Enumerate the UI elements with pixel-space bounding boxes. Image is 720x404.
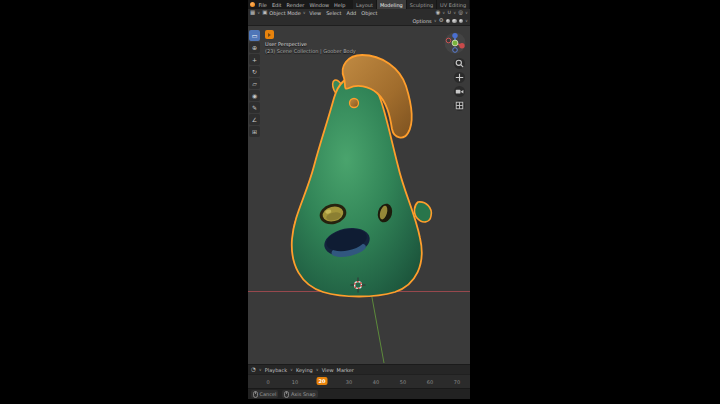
frame-tick: 30 (346, 379, 352, 385)
bottom-edge (248, 399, 470, 404)
menu-timeline-view[interactable]: View (322, 367, 334, 373)
viewport-nav-icons (454, 58, 465, 111)
viewport-mode-indicator[interactable] (265, 30, 274, 39)
transform-orientation-icon[interactable]: ◉ (436, 10, 441, 16)
tool-move[interactable]: + (249, 54, 260, 65)
scene-canvas[interactable] (248, 26, 470, 364)
options-dropdown[interactable]: Options (412, 18, 431, 24)
camera-icon (455, 87, 464, 96)
tool-scale[interactable]: ▱ (249, 78, 260, 89)
zoom-button[interactable] (454, 58, 465, 69)
menu-add[interactable]: Add (345, 10, 358, 16)
viewport-header-row-2: Options ∨ ⚙ ∨ (248, 17, 470, 25)
snap-magnet-icon[interactable]: ∪ (447, 10, 451, 16)
gizmo-y-axis-dot[interactable] (452, 40, 458, 46)
proportional-editing-icon[interactable]: ◎ (458, 10, 463, 16)
menu-playback[interactable]: Playback (265, 367, 287, 373)
menu-window[interactable]: Window (308, 2, 331, 8)
frame-tick: 0 (266, 379, 269, 385)
frame-tick: 50 (400, 379, 406, 385)
viewport-header-row-1: ▦ ∨ ▣ Object Mode ∨ View Select Add Obje… (248, 9, 470, 17)
tool-shelf: ▭ ⊕ + ↻ ▱ ◉ ✎ ∠ ⊞ (249, 30, 261, 137)
view-perspective-label: User Perspective (265, 41, 307, 47)
menu-keying[interactable]: Keying (296, 367, 313, 373)
axis-y-line (371, 292, 384, 363)
tab-uv-editing[interactable]: UV Editing (437, 0, 470, 9)
viewport-3d[interactable]: User Perspective (23) Scene Collection |… (248, 26, 470, 364)
mode-dropdown[interactable]: Object Mode (269, 10, 301, 16)
fin-right[interactable] (414, 202, 431, 222)
menu-render[interactable]: Render (285, 2, 306, 8)
object-mode-icon: ▣ (262, 10, 267, 16)
hint-label: Cancel (260, 391, 277, 397)
chevron-down-icon: ∨ (465, 19, 468, 23)
gizmo-x-axis-dot[interactable] (459, 43, 464, 48)
hair-ball[interactable] (350, 99, 359, 108)
menu-help[interactable]: Help (333, 2, 347, 8)
menu-select[interactable]: Select (325, 10, 343, 16)
gizmos-gear-icon[interactable]: ⚙ (439, 18, 444, 24)
tab-sculpting[interactable]: Sculpting (407, 0, 437, 9)
chevron-down-icon: ∨ (442, 11, 445, 15)
menu-marker[interactable]: Marker (337, 367, 354, 373)
editor-type-icon[interactable]: ▦ (250, 10, 255, 16)
chevron-down-icon: ∨ (259, 368, 262, 372)
frame-tick: 70 (454, 379, 460, 385)
timeline-ruler[interactable]: 0 10 20 30 40 50 60 70 20 (248, 374, 470, 389)
timeline-header: ◔ ∨ Playback ∨ Keying ∨ View Marker (248, 365, 470, 374)
chevron-down-icon: ∨ (434, 19, 437, 23)
tool-rotate[interactable]: ↻ (249, 66, 260, 77)
collection-breadcrumb: (23) Scene Collection | Goober Body (265, 48, 356, 54)
blender-logo-icon[interactable] (250, 2, 255, 7)
shading-wireframe-icon[interactable] (446, 19, 451, 24)
screenshot-root: File Edit Render Window Help Layout Mode… (0, 0, 720, 404)
tool-measure[interactable]: ∠ (249, 114, 260, 125)
keymap-hint-axis-snap: Axis Snap (282, 390, 317, 398)
tool-transform[interactable]: ◉ (249, 90, 260, 101)
status-bar: Cancel Axis Snap (248, 388, 470, 399)
tool-select-box[interactable]: ▭ (249, 30, 260, 41)
character-goober[interactable] (292, 55, 432, 297)
ortho-grid-icon (455, 101, 464, 110)
gizmo-z-axis-dot[interactable] (452, 33, 457, 38)
current-frame-badge[interactable]: 20 (317, 377, 328, 385)
menu-object[interactable]: Object (360, 10, 379, 16)
tool-add-cube[interactable]: ⊞ (249, 126, 260, 137)
chevron-down-icon: ∨ (316, 368, 319, 372)
menu-edit[interactable]: Edit (270, 2, 283, 8)
hint-label: Axis Snap (291, 391, 316, 397)
chevron-down-icon: ∨ (465, 11, 468, 15)
chevron-down-icon: ∨ (290, 368, 293, 372)
tool-annotate[interactable]: ✎ (249, 102, 260, 113)
projection-toggle-button[interactable] (454, 100, 465, 111)
viewport-header: ▦ ∨ ▣ Object Mode ∨ View Select Add Obje… (248, 9, 470, 26)
mouse-icon (284, 391, 289, 398)
topbar: File Edit Render Window Help Layout Mode… (248, 0, 470, 9)
chevron-down-icon: ∨ (303, 11, 306, 15)
shading-material-icon[interactable] (459, 19, 464, 24)
frame-tick: 10 (292, 379, 298, 385)
workspace-tabs: Layout Modeling Sculpting UV Editing Tex… (353, 0, 470, 9)
navigation-gizmo[interactable] (444, 32, 466, 54)
mouse-icon (253, 391, 258, 398)
camera-view-button[interactable] (454, 86, 465, 97)
pan-hand-icon (455, 73, 464, 82)
menu-file[interactable]: File (257, 2, 268, 8)
shading-solid-icon[interactable] (452, 19, 457, 24)
timeline-editor: ◔ ∨ Playback ∨ Keying ∨ View Marker 0 10… (248, 364, 470, 388)
blender-window: File Edit Render Window Help Layout Mode… (248, 0, 470, 404)
menu-view[interactable]: View (308, 10, 323, 16)
magnifier-icon (455, 59, 464, 68)
tab-layout[interactable]: Layout (353, 0, 377, 9)
keymap-hint-cancel: Cancel (251, 390, 278, 398)
chevron-down-icon: ∨ (453, 11, 456, 15)
pan-button[interactable] (454, 72, 465, 83)
tab-modeling[interactable]: Modeling (377, 0, 407, 9)
chevron-down-icon: ∨ (257, 11, 260, 15)
timeline-editor-type-icon[interactable]: ◔ (251, 367, 256, 373)
frame-tick: 60 (427, 379, 433, 385)
frame-tick: 40 (373, 379, 379, 385)
tool-cursor[interactable]: ⊕ (249, 42, 260, 53)
